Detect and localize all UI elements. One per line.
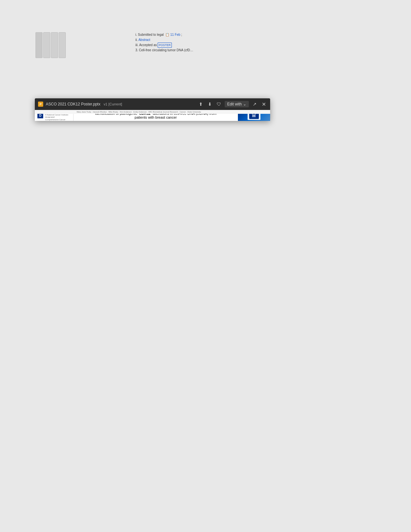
subtitle-strip: Mary-Jane Truby · Hannah Bhutkar · Mike … [35, 110, 270, 114]
share-button[interactable]: ↗ [251, 101, 258, 107]
shield-icon: 🛡 [217, 102, 221, 107]
title-bar-actions: ⬆ ⬇ 🛡 Edit with ⌄ ↗ ✕ [198, 101, 267, 107]
outline-item-3: iii. Accepted as POSTER [135, 43, 193, 48]
close-button[interactable]: ✕ [260, 101, 267, 107]
document-outline: i. Submitted to legal 📋 11 Feb ; ii. Abs… [135, 32, 193, 53]
version-label: v1 [Current] [103, 102, 122, 106]
close-icon: ✕ [262, 101, 266, 107]
sidebar-tab-3[interactable] [51, 32, 58, 58]
shield-button[interactable]: 🛡 [216, 101, 222, 107]
chevron-down-icon: ⌄ [243, 102, 246, 106]
outline-item-4: 3. Cell-free circulating tumor DNA (cfD… [135, 48, 193, 53]
viewer-window: P ASCO 2021 CDK12 Poster.pptx v1 [Curren… [35, 98, 270, 121]
duke-sub-text: A National Cancer Institute-designated C… [45, 114, 71, 121]
download-button[interactable]: ⬇ [207, 101, 213, 107]
background [0, 0, 411, 532]
share-icon: ↗ [253, 102, 257, 107]
title-bar: P ASCO 2021 CDK12 Poster.pptx v1 [Curren… [35, 98, 270, 110]
outline-item-1: i. Submitted to legal 📋 11 Feb ; [135, 32, 193, 37]
outline-link-date[interactable]: 📋 11 Feb [165, 33, 180, 36]
sidebar-tab-2[interactable] [43, 32, 50, 58]
sidebar-tab-4[interactable] [59, 32, 66, 58]
powerpoint-icon: P [38, 102, 43, 107]
filename-label: ASCO 2021 CDK12 Poster.pptx v1 [Current] [46, 102, 195, 106]
outline-link-abstract[interactable]: Abstract [138, 38, 150, 42]
edit-with-button[interactable]: Edit with ⌄ [225, 101, 249, 107]
upload-button[interactable]: ⬆ [198, 101, 204, 107]
outline-truncated: … [190, 48, 193, 52]
outline-item-2: ii. Abstract [135, 37, 193, 43]
poster-badge: POSTER [158, 43, 171, 48]
sidebar-tabs [35, 32, 66, 58]
sidebar-tab-1[interactable] [35, 32, 43, 58]
